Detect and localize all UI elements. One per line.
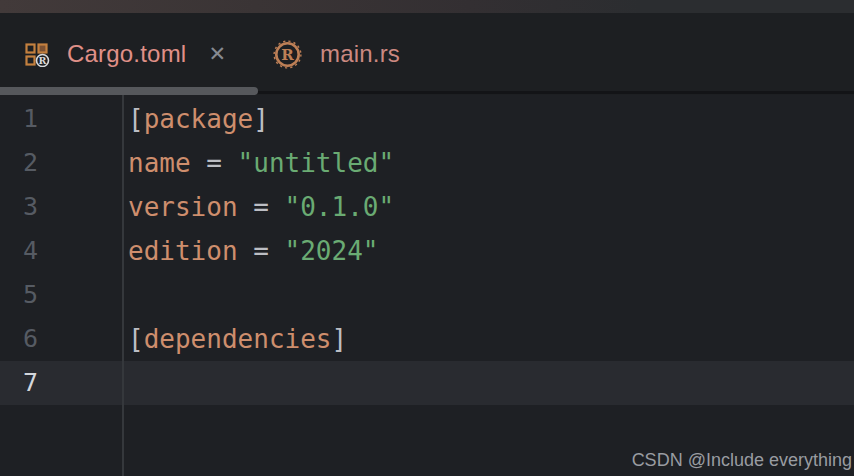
tab-main-rs[interactable]: R main.rs	[226, 13, 400, 95]
gutter-divider	[122, 95, 124, 476]
svg-text:R: R	[39, 55, 47, 66]
tab-label: main.rs	[320, 40, 400, 68]
line-content[interactable]: [package]	[122, 97, 269, 141]
token: [	[128, 324, 144, 354]
token: "2024"	[285, 236, 379, 266]
token: =	[191, 148, 238, 178]
token: =	[238, 192, 285, 222]
line-number: 1	[0, 97, 122, 141]
line-number: 4	[0, 229, 122, 273]
token: version	[128, 192, 238, 222]
watermark-text: CSDN @Include everything	[632, 450, 852, 471]
code-line[interactable]: 1 [package]	[0, 97, 854, 141]
code-line[interactable]: 2 name = "untitled"	[0, 141, 854, 185]
token: package	[144, 104, 254, 134]
code-line-current[interactable]: 7	[0, 361, 854, 405]
line-number: 2	[0, 141, 122, 185]
code-line[interactable]: 5	[0, 273, 854, 317]
close-icon[interactable]: ✕	[208, 44, 226, 65]
line-number: 3	[0, 185, 122, 229]
code-line[interactable]: 4 edition = "2024"	[0, 229, 854, 273]
token: "untitled"	[238, 148, 395, 178]
code-line[interactable]: 6 [dependencies]	[0, 317, 854, 361]
code-rows: 1 [package] 2 name = "untitled" 3 versio…	[0, 97, 854, 405]
token: edition	[128, 236, 238, 266]
token: ]	[253, 104, 269, 134]
line-content[interactable]: edition = "2024"	[122, 229, 378, 273]
svg-text:R: R	[281, 46, 294, 64]
line-content[interactable]: version = "0.1.0"	[122, 185, 394, 229]
cropped-title-strip	[0, 0, 854, 13]
line-number: 7	[0, 361, 122, 405]
line-number: 6	[0, 317, 122, 361]
token: name	[128, 148, 191, 178]
rust-file-icon: R	[272, 39, 303, 70]
token: dependencies	[144, 324, 332, 354]
editor-tab-bar: R Cargo.toml ✕ R main.rs	[0, 13, 854, 95]
line-content[interactable]: name = "untitled"	[122, 141, 394, 185]
line-number: 5	[0, 273, 122, 317]
token: [	[128, 104, 144, 134]
token: "0.1.0"	[285, 192, 395, 222]
tab-cargo-toml[interactable]: R Cargo.toml ✕	[0, 13, 226, 95]
token: =	[238, 236, 285, 266]
horizontal-scrollbar-thumb[interactable]	[0, 87, 258, 95]
cargo-toml-file-icon: R	[25, 41, 50, 67]
ide-window: R Cargo.toml ✕ R main.rs 1 [package]	[0, 0, 854, 476]
token: ]	[332, 324, 348, 354]
tab-label: Cargo.toml	[67, 40, 186, 68]
code-line[interactable]: 3 version = "0.1.0"	[0, 185, 854, 229]
line-content[interactable]: [dependencies]	[122, 317, 347, 361]
code-editor[interactable]: 1 [package] 2 name = "untitled" 3 versio…	[0, 95, 854, 476]
